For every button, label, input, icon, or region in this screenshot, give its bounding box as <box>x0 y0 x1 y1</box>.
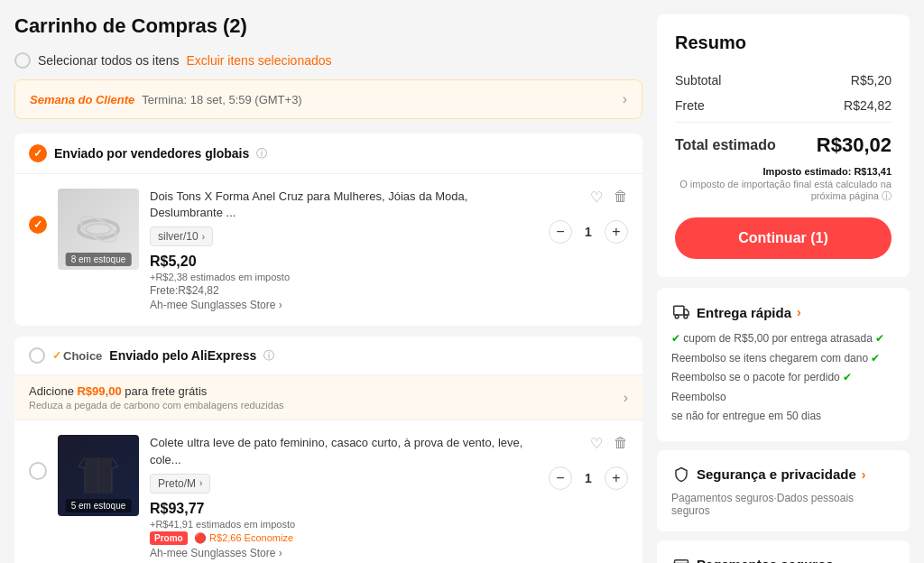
section-global-title: Enviado por vendedores globais <box>54 146 249 161</box>
jacket-tax: +R$41,91 estimados em imposto <box>150 519 541 530</box>
product-jacket-info: Colete ultra leve de pato feminino, casa… <box>150 435 628 558</box>
jacket-qty-value: 1 <box>579 471 597 485</box>
economize-text: 🔴 R$2,66 Economize <box>194 532 293 543</box>
svg-point-6 <box>675 315 679 318</box>
section-global: Enviado por vendedores globais ⓘ 8 em es… <box>14 134 642 326</box>
frete-label: Frete <box>675 98 705 113</box>
delivery-list: ✔ cupom de R$5,00 por entrega atrasada ✔… <box>671 329 895 427</box>
section-aliexpress-title: Enviado pelo AliExpress <box>109 348 256 363</box>
ring-trash-icon[interactable]: 🗑 <box>614 189 628 206</box>
select-all-label: Selecionar todos os itens <box>38 53 179 68</box>
jacket-variant-chevron: › <box>199 478 202 488</box>
jacket-qty-increase[interactable]: + <box>605 466 628 490</box>
payments-title: Pagamentos seguros <box>671 555 895 563</box>
continue-button[interactable]: Continuar (1) <box>675 217 892 259</box>
select-all-checkbox[interactable] <box>14 52 31 69</box>
exclude-selected-link[interactable]: Excluir itens selecionados <box>186 53 331 68</box>
security-title: Segurança e privacidade › <box>671 465 895 485</box>
section-aliexpress-info-icon[interactable]: ⓘ <box>263 348 274 364</box>
promo-add-arrow-icon: › <box>624 390 628 406</box>
section-global-info-icon[interactable]: ⓘ <box>256 146 267 162</box>
subtotal-value: R$5,20 <box>851 73 892 88</box>
promo-arrow-icon: › <box>623 91 627 107</box>
payments-icon <box>671 555 691 563</box>
ring-qty-value: 1 <box>579 225 597 239</box>
section-aliexpress-checkbox[interactable] <box>29 347 45 364</box>
tax-info-icon: ⓘ <box>882 190 892 201</box>
summary-title: Resumo <box>675 32 892 53</box>
ring-price: R$5,20 <box>150 254 541 270</box>
jacket-trash-icon[interactable]: 🗑 <box>614 435 628 452</box>
section-global-checkbox[interactable] <box>29 144 47 162</box>
total-row: Total estimado R$30,02 <box>675 122 892 162</box>
cart-title: Carrinho de Compras (2) <box>14 14 642 38</box>
delivery-arrow[interactable]: › <box>797 305 801 319</box>
ring-qty-increase[interactable]: + <box>605 220 628 244</box>
jacket-store[interactable]: Ah-mee Sunglasses Store <box>150 547 541 559</box>
ring-variant-chevron: › <box>202 232 205 242</box>
promo-banner[interactable]: Semana do Cliente Termina: 18 set, 5:59 … <box>14 79 642 119</box>
jacket-variant-tag[interactable]: Preto/M › <box>150 474 210 494</box>
product-ring-image-wrap: 8 em estoque <box>58 189 139 270</box>
tax-note2: O imposto de importação final está calcu… <box>675 179 892 203</box>
ring-variant-tag[interactable]: silver/10 › <box>150 226 213 246</box>
promo-add-banner[interactable]: Adicione R$99,00 para frete grátis Reduz… <box>14 375 642 420</box>
subtotal-row: Subtotal R$5,20 <box>675 68 892 93</box>
total-value: R$30,02 <box>817 134 892 157</box>
security-subtitle: Pagamentos seguros·Dados pessoais seguro… <box>671 492 895 517</box>
delivery-card: Entrega rápida › ✔ cupom de R$5,00 por e… <box>657 288 910 441</box>
payments-card: Pagamentos seguros VISA ●● ID Check Safe… <box>657 540 910 563</box>
ring-product-name: Dois Tons X Forma Anel Cruz para Mulhere… <box>150 189 541 221</box>
tax-note: Imposto estimado: R$13,41 <box>675 166 892 177</box>
security-card: Segurança e privacidade › Pagamentos seg… <box>657 450 910 531</box>
semana-logo: Semana do Cliente <box>30 93 134 106</box>
ring-frete: Frete:R$24,82 <box>150 284 541 297</box>
product-ring-checkbox[interactable] <box>29 216 47 234</box>
product-jacket-image-wrap: 5 em estoque <box>58 435 139 516</box>
svg-point-2 <box>86 224 111 235</box>
jacket-heart-icon[interactable]: ♡ <box>590 435 603 452</box>
frete-row: Frete R$24,82 <box>675 93 892 118</box>
promo-badge: Promo <box>150 531 188 545</box>
ring-qty-decrease[interactable]: − <box>549 220 572 244</box>
jacket-promo-economize: Promo 🔴 R$2,66 Economize <box>150 531 541 545</box>
security-arrow[interactable]: › <box>862 467 866 482</box>
ring-product-actions: ♡ 🗑 − 1 + <box>549 189 628 244</box>
section-aliexpress: ✓ Choice Enviado pelo AliExpress ⓘ Adici… <box>14 337 642 563</box>
ring-stock-badge: 8 em estoque <box>66 253 132 266</box>
delivery-title: Entrega rápida › <box>671 302 895 322</box>
product-ring-info: Dois Tons X Forma Anel Cruz para Mulhere… <box>150 189 628 311</box>
delivery-icon <box>671 302 691 322</box>
svg-point-1 <box>77 211 120 246</box>
frete-value: R$24,82 <box>844 98 892 113</box>
choice-badge: ✓ Choice <box>52 349 102 363</box>
jacket-qty-decrease[interactable]: − <box>549 466 572 490</box>
summary-card: Resumo Subtotal R$5,20 Frete R$24,82 Tot… <box>657 14 910 277</box>
product-row-ring: 8 em estoque Dois Tons X Forma Anel Cruz… <box>14 174 642 326</box>
jacket-stock-badge: 5 em estoque <box>66 499 132 512</box>
jacket-product-actions: ♡ 🗑 − 1 + <box>549 435 628 490</box>
jacket-product-name: Colete ultra leve de pato feminino, casa… <box>150 435 541 467</box>
product-jacket-checkbox[interactable] <box>29 462 47 480</box>
total-label: Total estimado <box>675 137 776 153</box>
promo-deadline: Termina: 18 set, 5:59 (GMT+3) <box>142 93 301 106</box>
promo-add-sub: Reduza a pegada de carbono com embalagen… <box>29 400 284 411</box>
subtotal-label: Subtotal <box>675 73 721 88</box>
jacket-price: R$93,77 <box>150 501 541 517</box>
product-row-jacket: 5 em estoque Colete ultra leve de pato f… <box>14 420 642 563</box>
promo-add-text: Adicione R$99,00 para frete grátis <box>29 384 284 398</box>
choice-header: ✓ Choice <box>52 349 102 363</box>
ring-store[interactable]: Ah-mee Sunglasses Store <box>150 299 541 311</box>
ring-tax: +R$2,38 estimados em imposto <box>150 272 541 282</box>
svg-rect-5 <box>674 306 684 315</box>
svg-point-7 <box>684 315 688 318</box>
ring-heart-icon[interactable]: ♡ <box>590 189 603 206</box>
choice-badge-text: Choice <box>63 349 102 363</box>
security-icon <box>671 465 691 485</box>
